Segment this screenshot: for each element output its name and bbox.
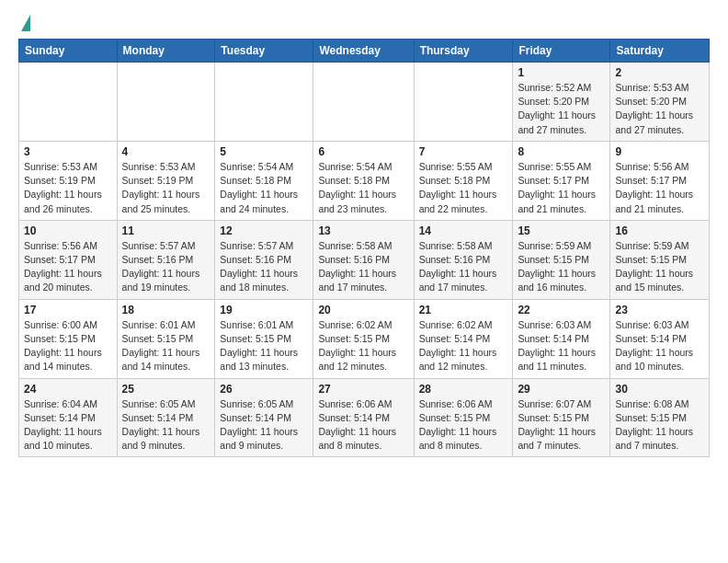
day-info: Sunrise: 5:57 AM Sunset: 5:16 PM Dayligh… [220, 239, 308, 295]
day-number: 5 [220, 145, 308, 158]
calendar-body: 1Sunrise: 5:52 AM Sunset: 5:20 PM Daylig… [19, 63, 710, 457]
calendar-cell [414, 63, 513, 142]
calendar-cell: 24Sunrise: 6:04 AM Sunset: 5:14 PM Dayli… [19, 378, 118, 457]
day-info: Sunrise: 5:55 AM Sunset: 5:18 PM Dayligh… [419, 160, 508, 216]
calendar-cell: 5Sunrise: 5:54 AM Sunset: 5:18 PM Daylig… [215, 141, 313, 220]
day-number: 3 [24, 145, 112, 158]
week-row-3: 10Sunrise: 5:56 AM Sunset: 5:17 PM Dayli… [19, 220, 710, 299]
day-info: Sunrise: 6:02 AM Sunset: 5:14 PM Dayligh… [419, 318, 508, 374]
day-info: Sunrise: 6:06 AM Sunset: 5:14 PM Dayligh… [318, 397, 408, 454]
calendar-header: SundayMondayTuesdayWednesdayThursdayFrid… [19, 40, 710, 63]
day-info: Sunrise: 5:56 AM Sunset: 5:17 PM Dayligh… [24, 239, 112, 295]
page: SundayMondayTuesdayWednesdayThursdayFrid… [0, 0, 728, 472]
calendar-cell: 26Sunrise: 6:05 AM Sunset: 5:14 PM Dayli… [215, 378, 313, 457]
day-info: Sunrise: 6:03 AM Sunset: 5:14 PM Dayligh… [518, 318, 605, 374]
calendar-cell: 12Sunrise: 5:57 AM Sunset: 5:16 PM Dayli… [215, 220, 313, 299]
calendar-cell: 7Sunrise: 5:55 AM Sunset: 5:18 PM Daylig… [414, 141, 513, 220]
calendar-cell [215, 63, 313, 142]
calendar-cell [19, 63, 118, 142]
day-number: 29 [518, 383, 605, 396]
day-info: Sunrise: 5:54 AM Sunset: 5:18 PM Dayligh… [318, 160, 408, 216]
day-info: Sunrise: 6:02 AM Sunset: 5:15 PM Dayligh… [318, 318, 408, 374]
calendar-cell: 19Sunrise: 6:01 AM Sunset: 5:15 PM Dayli… [215, 299, 313, 378]
day-number: 23 [615, 304, 704, 316]
day-info: Sunrise: 6:08 AM Sunset: 5:15 PM Dayligh… [615, 397, 704, 454]
day-info: Sunrise: 6:03 AM Sunset: 5:14 PM Dayligh… [615, 318, 704, 374]
day-number: 30 [615, 383, 704, 396]
day-info: Sunrise: 6:05 AM Sunset: 5:14 PM Dayligh… [220, 397, 308, 454]
calendar-cell: 6Sunrise: 5:54 AM Sunset: 5:18 PM Daylig… [313, 141, 414, 220]
day-number: 25 [122, 383, 210, 396]
day-info: Sunrise: 6:01 AM Sunset: 5:15 PM Dayligh… [220, 318, 308, 374]
calendar-cell [313, 63, 414, 142]
calendar-cell: 27Sunrise: 6:06 AM Sunset: 5:14 PM Dayli… [313, 378, 414, 457]
calendar-cell: 1Sunrise: 5:52 AM Sunset: 5:20 PM Daylig… [513, 63, 610, 142]
logo-triangle-icon [21, 15, 30, 31]
calendar-cell: 8Sunrise: 5:55 AM Sunset: 5:17 PM Daylig… [513, 141, 610, 220]
calendar: SundayMondayTuesdayWednesdayThursdayFrid… [18, 39, 710, 457]
day-info: Sunrise: 5:53 AM Sunset: 5:19 PM Dayligh… [24, 160, 112, 216]
calendar-cell: 21Sunrise: 6:02 AM Sunset: 5:14 PM Dayli… [414, 299, 513, 378]
calendar-cell: 13Sunrise: 5:58 AM Sunset: 5:16 PM Dayli… [313, 220, 414, 299]
calendar-cell: 3Sunrise: 5:53 AM Sunset: 5:19 PM Daylig… [19, 141, 118, 220]
day-info: Sunrise: 6:05 AM Sunset: 5:14 PM Dayligh… [122, 397, 210, 454]
day-number: 17 [24, 304, 112, 316]
day-number: 16 [615, 224, 704, 237]
day-info: Sunrise: 5:53 AM Sunset: 5:19 PM Dayligh… [122, 160, 210, 216]
day-number: 4 [122, 145, 210, 158]
header [18, 15, 710, 33]
day-info: Sunrise: 5:58 AM Sunset: 5:16 PM Dayligh… [419, 239, 508, 295]
calendar-cell: 4Sunrise: 5:53 AM Sunset: 5:19 PM Daylig… [117, 141, 215, 220]
calendar-cell: 10Sunrise: 5:56 AM Sunset: 5:17 PM Dayli… [19, 220, 118, 299]
day-info: Sunrise: 5:59 AM Sunset: 5:15 PM Dayligh… [615, 239, 704, 295]
day-info: Sunrise: 6:01 AM Sunset: 5:15 PM Dayligh… [122, 318, 210, 374]
day-number: 9 [615, 145, 704, 158]
day-number: 11 [122, 224, 210, 237]
logo [18, 15, 30, 33]
day-number: 6 [318, 145, 408, 158]
calendar-cell: 16Sunrise: 5:59 AM Sunset: 5:15 PM Dayli… [610, 220, 710, 299]
week-row-2: 3Sunrise: 5:53 AM Sunset: 5:19 PM Daylig… [19, 141, 710, 220]
day-number: 7 [419, 145, 508, 158]
day-number: 26 [220, 383, 308, 396]
calendar-cell: 23Sunrise: 6:03 AM Sunset: 5:14 PM Dayli… [610, 299, 710, 378]
calendar-cell: 30Sunrise: 6:08 AM Sunset: 5:15 PM Dayli… [610, 378, 710, 457]
calendar-cell: 14Sunrise: 5:58 AM Sunset: 5:16 PM Dayli… [414, 220, 513, 299]
day-number: 13 [318, 224, 408, 237]
weekday-header-row: SundayMondayTuesdayWednesdayThursdayFrid… [19, 40, 710, 63]
day-number: 27 [318, 383, 408, 396]
weekday-header-saturday: Saturday [610, 40, 710, 63]
calendar-cell: 11Sunrise: 5:57 AM Sunset: 5:16 PM Dayli… [117, 220, 215, 299]
week-row-1: 1Sunrise: 5:52 AM Sunset: 5:20 PM Daylig… [19, 63, 710, 142]
day-info: Sunrise: 5:59 AM Sunset: 5:15 PM Dayligh… [518, 239, 605, 295]
calendar-cell: 9Sunrise: 5:56 AM Sunset: 5:17 PM Daylig… [610, 141, 710, 220]
calendar-cell: 17Sunrise: 6:00 AM Sunset: 5:15 PM Dayli… [19, 299, 118, 378]
day-number: 20 [318, 304, 408, 316]
day-number: 28 [419, 383, 508, 396]
day-info: Sunrise: 6:06 AM Sunset: 5:15 PM Dayligh… [419, 397, 508, 454]
calendar-cell: 28Sunrise: 6:06 AM Sunset: 5:15 PM Dayli… [414, 378, 513, 457]
day-info: Sunrise: 5:54 AM Sunset: 5:18 PM Dayligh… [220, 160, 308, 216]
day-number: 18 [122, 304, 210, 316]
day-number: 10 [24, 224, 112, 237]
day-info: Sunrise: 5:52 AM Sunset: 5:20 PM Dayligh… [518, 81, 605, 137]
day-number: 14 [419, 224, 508, 237]
day-number: 15 [518, 224, 605, 237]
day-number: 1 [518, 66, 605, 79]
day-info: Sunrise: 5:58 AM Sunset: 5:16 PM Dayligh… [318, 239, 408, 295]
week-row-5: 24Sunrise: 6:04 AM Sunset: 5:14 PM Dayli… [19, 378, 710, 457]
day-number: 21 [419, 304, 508, 316]
calendar-cell: 2Sunrise: 5:53 AM Sunset: 5:20 PM Daylig… [610, 63, 710, 142]
day-number: 8 [518, 145, 605, 158]
calendar-cell [117, 63, 215, 142]
day-info: Sunrise: 5:57 AM Sunset: 5:16 PM Dayligh… [122, 239, 210, 295]
calendar-cell: 22Sunrise: 6:03 AM Sunset: 5:14 PM Dayli… [513, 299, 610, 378]
day-number: 22 [518, 304, 605, 316]
calendar-cell: 25Sunrise: 6:05 AM Sunset: 5:14 PM Dayli… [117, 378, 215, 457]
day-info: Sunrise: 6:04 AM Sunset: 5:14 PM Dayligh… [24, 397, 112, 454]
day-number: 12 [220, 224, 308, 237]
week-row-4: 17Sunrise: 6:00 AM Sunset: 5:15 PM Dayli… [19, 299, 710, 378]
day-info: Sunrise: 6:00 AM Sunset: 5:15 PM Dayligh… [24, 318, 112, 374]
calendar-cell: 20Sunrise: 6:02 AM Sunset: 5:15 PM Dayli… [313, 299, 414, 378]
day-info: Sunrise: 5:55 AM Sunset: 5:17 PM Dayligh… [518, 160, 605, 216]
